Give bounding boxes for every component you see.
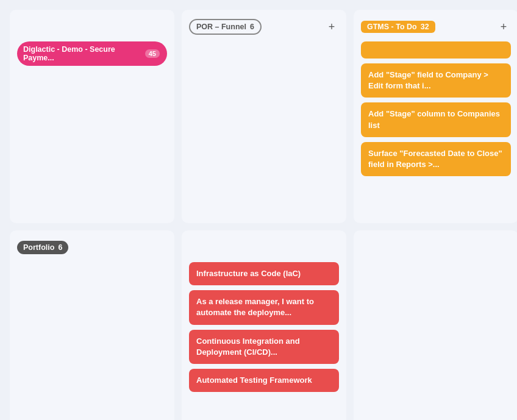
column-top-3: GTMS - To Do 32 + Add "Stage" field to C… [354, 10, 517, 223]
column-top-3-header: GTMS - To Do 32 + [361, 18, 511, 35]
column-bot-2: Infrastructure as Code (IaC) As a releas… [182, 230, 346, 420]
card-iac-text: Infrastructure as Code (IaC) [196, 269, 301, 278]
portfolio-text: Portfolio [23, 243, 54, 252]
card-release-text: As a release manager, I want to automate… [196, 297, 314, 317]
gtms-todo-count: 32 [421, 23, 429, 31]
card-release[interactable]: As a release manager, I want to automate… [189, 290, 339, 324]
gtms-todo-add-button[interactable]: + [496, 20, 511, 34]
card-stage-field-text: Add "Stage" field to Company > Edit form… [368, 70, 488, 90]
column-bot-3-header [361, 239, 511, 256]
card-cicd-text: Continuous Integration and Deployment (C… [196, 336, 300, 357]
card-testing-framework[interactable]: Automated Testing Framework [189, 369, 339, 392]
card-diglactic[interactable]: Diglactic - Demo - Secure Payme... 45 [17, 41, 167, 66]
column-top-1-header [17, 18, 167, 35]
column-bot-3 [354, 230, 517, 420]
por-funnel-add-button[interactable]: + [324, 20, 339, 34]
gtms-todo-label: GTMS - To Do 32 [361, 21, 435, 33]
card-stage-field[interactable]: Add "Stage" field to Company > Edit form… [361, 63, 511, 98]
card-partial-top[interactable] [361, 41, 511, 59]
column-top-2: POR – Funnel 6 + [182, 10, 346, 223]
card-testing-framework-text: Automated Testing Framework [196, 376, 312, 385]
column-bot-1: Portfolio 6 [10, 230, 174, 420]
card-forecasted[interactable]: Surface "Forecasted Date to Close" field… [361, 142, 511, 176]
card-stage-column[interactable]: Add "Stage" column to Companies list [361, 102, 511, 137]
column-top-3-body: Add "Stage" field to Company > Edit form… [361, 41, 511, 176]
card-iac[interactable]: Infrastructure as Code (IaC) [189, 262, 339, 285]
column-top-2-header: POR – Funnel 6 + [189, 18, 339, 35]
card-diglactic-count: 45 [145, 49, 160, 58]
gtms-todo-text: GTMS - To Do [367, 23, 417, 31]
board: Diglactic - Demo - Secure Payme... 45 PO… [0, 0, 517, 420]
column-top-1-body: Diglactic - Demo - Secure Payme... 45 [17, 41, 167, 66]
portfolio-count: 6 [58, 243, 62, 252]
column-top-1: Diglactic - Demo - Secure Payme... 45 [10, 10, 174, 223]
card-cicd[interactable]: Continuous Integration and Deployment (C… [189, 330, 339, 364]
card-diglactic-text: Diglactic - Demo - Secure Payme... [23, 45, 141, 62]
por-funnel-label: POR – Funnel 6 [189, 19, 262, 35]
card-forecasted-text: Surface "Forecasted Date to Close" field… [368, 149, 502, 169]
column-bot-1-header: Portfolio 6 [17, 239, 167, 256]
por-funnel-count: 6 [250, 23, 254, 31]
card-stage-column-text: Add "Stage" column to Companies list [368, 109, 500, 129]
por-funnel-text: POR – Funnel [196, 23, 246, 31]
column-bot-2-body: Infrastructure as Code (IaC) As a releas… [189, 262, 339, 392]
column-bot-2-header [189, 239, 339, 256]
portfolio-label: Portfolio 6 [17, 241, 68, 254]
